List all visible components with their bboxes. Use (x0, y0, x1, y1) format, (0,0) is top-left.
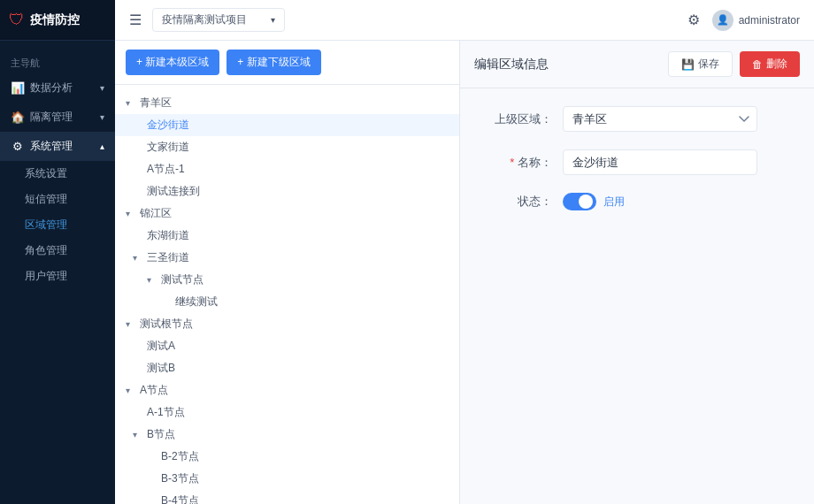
edit-panel: 编辑区域信息 💾 保存 🗑 删除 上级区域： 青羊区 (460, 41, 814, 504)
tree-node-label: 青羊区 (140, 95, 449, 111)
project-selector[interactable]: 疫情隔离测试项目 ▾ (152, 8, 285, 32)
sidebar-item-user-mgmt[interactable]: 用户管理 (0, 263, 115, 289)
tree-toolbar: + 新建本级区域 + 新建下级区域 (115, 41, 459, 85)
save-label: 保存 (698, 57, 719, 72)
tree-node-label: 锦江区 (140, 206, 449, 221)
edit-actions: 💾 保存 🗑 删除 (668, 51, 800, 77)
tree-node-label: 东湖街道 (147, 228, 449, 243)
tree-node-row[interactable]: ▾青羊区 (115, 92, 459, 114)
status-row: 状态： 启用 (481, 193, 793, 210)
name-input[interactable] (563, 149, 757, 175)
chevron-icon: ▾ (133, 430, 143, 439)
tree-node-row[interactable]: ▸继续测试 (115, 291, 459, 313)
topbar-right: ⚙ 👤 administrator (687, 10, 800, 31)
user-menu[interactable]: 👤 administrator (712, 10, 800, 31)
tree-node-label: 继续测试 (175, 294, 449, 309)
main-area: ☰ 疫情隔离测试项目 ▾ ⚙ 👤 administrator + 新建本级区域 … (115, 0, 814, 504)
tree-node-row[interactable]: ▾测试节点 (115, 269, 459, 291)
edit-header: 编辑区域信息 💾 保存 🗑 删除 (460, 41, 814, 88)
tree-node-label: 三圣街道 (147, 250, 449, 265)
menu-icon[interactable]: ☰ (129, 11, 142, 28)
avatar: 👤 (712, 10, 733, 31)
save-button[interactable]: 💾 保存 (668, 51, 733, 77)
tree-node-label: B-3节点 (161, 471, 449, 486)
sidebar-item-system-settings[interactable]: 系统设置 (0, 161, 115, 187)
tree-node-label: 测试A (147, 339, 449, 354)
parent-area-row: 上级区域： 青羊区 (481, 106, 793, 132)
logo-icon: 🛡 (9, 11, 25, 29)
chevron-up-icon: ▴ (100, 141, 104, 151)
tree-node-row[interactable]: ▸文家街道 (115, 136, 459, 158)
logo-text: 疫情防控 (30, 12, 80, 28)
edit-panel-title: 编辑区域信息 (474, 57, 668, 73)
sidebar-item-system-mgmt[interactable]: ⚙ 系统管理 ▴ (0, 132, 115, 161)
tree-node-row[interactable]: ▸B-2节点 (115, 446, 459, 468)
tree-node-label: 测试连接到 (147, 184, 449, 199)
tree-node-row[interactable]: ▸金沙街道 (115, 114, 459, 136)
gear-icon[interactable]: ⚙ (687, 11, 700, 28)
tree-node-row[interactable]: ▾测试根节点 (115, 313, 459, 335)
tree-node-row[interactable]: ▾锦江区 (115, 202, 459, 225)
content-area: + 新建本级区域 + 新建下级区域 ▾青羊区▸金沙街道▸文家街道▸A节点-1▸测… (115, 41, 814, 504)
chevron-icon: ▾ (147, 275, 157, 285)
project-name: 疫情隔离测试项目 (162, 12, 264, 27)
tree-node-label: 文家街道 (147, 140, 449, 155)
chevron-icon: ▾ (126, 209, 136, 218)
tree-node-row[interactable]: ▾三圣街道 (115, 247, 459, 269)
parent-area-select[interactable]: 青羊区 (563, 106, 757, 132)
tree-node-row[interactable]: ▸B-3节点 (115, 468, 459, 490)
tree-node-row[interactable]: ▸A节点-1 (115, 158, 459, 180)
tree-node-row[interactable]: ▸东湖街道 (115, 225, 459, 247)
chevron-icon: ▾ (126, 319, 136, 329)
toggle-slider (563, 193, 596, 210)
sidebar-item-data-analysis[interactable]: 📊 数据分析 ▾ (0, 73, 115, 103)
system-icon: ⚙ (11, 140, 25, 153)
tree-node-label: A节点 (140, 383, 449, 398)
tree-node-label: 测试根节点 (140, 317, 449, 332)
chevron-down-icon: ▾ (100, 112, 104, 122)
nav-group-title: 主导航 (0, 48, 115, 73)
tree-node-row[interactable]: ▸测试A (115, 335, 459, 357)
chevron-icon: ▾ (133, 253, 143, 263)
sidebar-sub-item-label: 系统设置 (25, 167, 67, 179)
sidebar-item-sms-mgmt[interactable]: 短信管理 (0, 187, 115, 212)
sidebar-item-role-mgmt[interactable]: 角色管理 (0, 238, 115, 263)
sidebar-sub-item-label: 短信管理 (25, 193, 67, 205)
save-icon: 💾 (681, 58, 695, 71)
tree-node-row[interactable]: ▸测试B (115, 357, 459, 379)
tree-node-row[interactable]: ▸B-4节点 (115, 490, 459, 504)
edit-body: 上级区域： 青羊区 名称： 状态： 启用 (460, 88, 814, 246)
tree-node-label: B-4节点 (161, 493, 449, 504)
tree-node-label: A-1节点 (147, 405, 449, 420)
topbar: ☰ 疫情隔离测试项目 ▾ ⚙ 👤 administrator (115, 0, 814, 41)
sidebar-item-quarantine[interactable]: 🏠 隔离管理 ▾ (0, 103, 115, 132)
delete-button[interactable]: 🗑 删除 (740, 51, 800, 77)
add-same-level-button[interactable]: + 新建本级区域 (126, 50, 219, 75)
tree-node-row[interactable]: ▾B节点 (115, 424, 459, 446)
sidebar-sub-item-label: 用户管理 (25, 270, 67, 282)
sidebar-item-area-mgmt[interactable]: 区域管理 (0, 212, 115, 238)
tree-node-label: A节点-1 (147, 162, 449, 177)
add-sub-level-button[interactable]: + 新建下级区域 (227, 50, 320, 75)
name-label: 名称： (481, 155, 552, 171)
quarantine-icon: 🏠 (11, 111, 25, 124)
delete-icon: 🗑 (752, 58, 763, 71)
tree-node-label: 测试节点 (161, 272, 449, 287)
sidebar-sub-item-label: 角色管理 (25, 244, 67, 256)
chevron-down-icon: ▾ (271, 15, 275, 25)
username-label: administrator (739, 14, 800, 27)
parent-area-label: 上级区域： (481, 111, 552, 127)
tree-node-row[interactable]: ▾A节点 (115, 379, 459, 401)
sidebar: 🛡 疫情防控 主导航 📊 数据分析 ▾ 🏠 隔离管理 ▾ ⚙ 系统管理 ▴ 系统… (0, 0, 115, 504)
status-label: 状态： (481, 194, 552, 210)
sidebar-nav: 主导航 📊 数据分析 ▾ 🏠 隔离管理 ▾ ⚙ 系统管理 ▴ 系统设置 短信管理… (0, 41, 115, 504)
status-toggle-container: 启用 (563, 193, 625, 210)
status-value-label: 启用 (603, 195, 625, 210)
tree-node-label: B节点 (147, 427, 449, 442)
tree-node-row[interactable]: ▸A-1节点 (115, 401, 459, 424)
sidebar-item-label: 系统管理 (30, 139, 73, 154)
name-row: 名称： (481, 149, 793, 175)
tree-node-row[interactable]: ▸测试连接到 (115, 180, 459, 202)
tree-body: ▾青羊区▸金沙街道▸文家街道▸A节点-1▸测试连接到▾锦江区▸东湖街道▾三圣街道… (115, 85, 459, 504)
status-toggle[interactable] (563, 193, 596, 210)
